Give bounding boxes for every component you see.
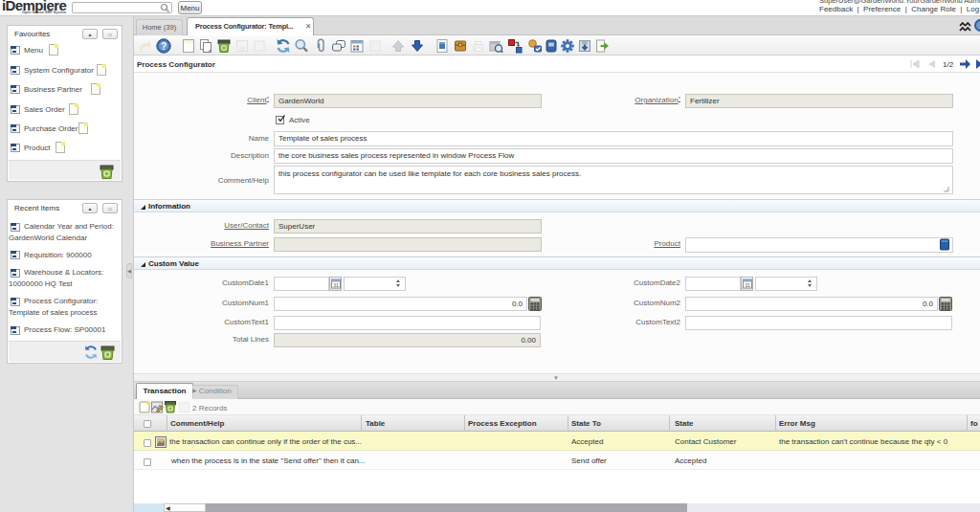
svg-text:31: 31 (745, 282, 750, 288)
svg-text:31: 31 (333, 282, 339, 288)
svg-text:?: ? (161, 41, 167, 52)
